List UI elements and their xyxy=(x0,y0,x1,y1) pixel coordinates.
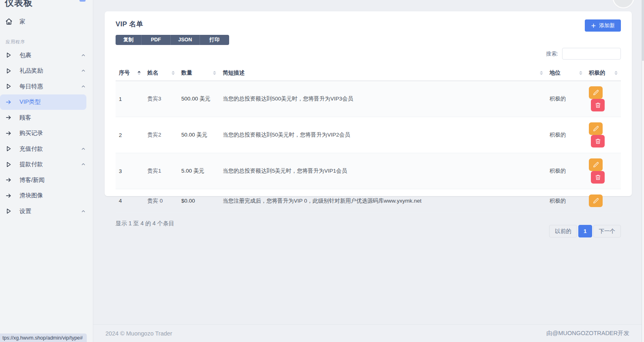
pencil-icon xyxy=(593,198,599,204)
home-icon xyxy=(5,18,13,25)
footer-credit: 由@MUONGOZOTRADER开发 xyxy=(546,329,629,337)
sidebar-item-blog-news[interactable]: 博客/新闻 xyxy=(0,172,93,188)
chevron-up-icon xyxy=(81,53,86,58)
arrow-right-icon xyxy=(5,177,13,183)
export-打印-button[interactable]: 打印 xyxy=(200,35,229,45)
cell-name: 贵宾 0 xyxy=(144,189,178,213)
sidebar-item-label: 顾客 xyxy=(19,114,31,122)
cell-status: 积极的 xyxy=(546,189,586,213)
sidebar-item-withdrawal-payments[interactable]: 提款付款 xyxy=(0,157,93,173)
sort-carets-icon xyxy=(614,71,618,75)
cell-status: 积极的 xyxy=(546,117,586,153)
sidebar-item-purchase-records[interactable]: 购买记录 xyxy=(0,126,93,141)
sidebar-item-daily-specials[interactable]: 每日特惠 xyxy=(0,79,93,94)
sidebar-item-recharge-payments[interactable]: 充值付款 xyxy=(0,141,93,157)
search-input[interactable] xyxy=(562,48,621,60)
delete-button[interactable] xyxy=(591,135,605,147)
menu-toggle-pill[interactable] xyxy=(79,0,86,2)
cell-description: 当您的总投资额达到5美元时，您将晋升为VIP1会员 xyxy=(219,153,546,189)
cell-serial: 1 xyxy=(116,81,144,117)
chevron-up-icon xyxy=(81,84,86,89)
delete-button[interactable] xyxy=(591,171,605,184)
cell-actions xyxy=(586,189,621,213)
cell-serial: 3 xyxy=(116,153,144,189)
pagination-previous-button[interactable]: 以前的 xyxy=(549,225,577,237)
chevron-up-icon xyxy=(81,162,86,167)
cell-amount: $0.00 xyxy=(178,189,219,213)
sidebar-item-gift-rewards[interactable]: 礼品奖励 xyxy=(0,63,93,79)
column-header-label: 简短描述 xyxy=(223,69,245,77)
sidebar-item-label: 提款付款 xyxy=(19,160,43,168)
chevron-up-icon xyxy=(81,209,86,214)
delete-button[interactable] xyxy=(591,99,605,111)
vip-table: 序号姓名数量简短描述地位积极的 1 贵宾3 500.00 美元 当您的总投资额达… xyxy=(116,67,621,213)
status-bar-url: tps://xg.hwvm.shop/admin/vip/type# xyxy=(0,333,87,342)
export-button-group: 复制PDFJSON打印 xyxy=(116,35,229,45)
sidebar-item-customers[interactable]: 顾客 xyxy=(0,110,93,126)
vip-table-wrap: 序号姓名数量简短描述地位积极的 1 贵宾3 500.00 美元 当您的总投资额达… xyxy=(116,67,621,213)
arrow-right-icon xyxy=(5,114,13,121)
cell-amount: 50.00 美元 xyxy=(178,117,219,153)
pencil-icon xyxy=(593,90,599,96)
user-avatar[interactable] xyxy=(614,0,633,7)
export-pdf-button[interactable]: PDF xyxy=(142,35,171,45)
sidebar-item-label: 家 xyxy=(19,18,26,26)
sidebar-item-label: 礼品奖励 xyxy=(19,67,43,75)
column-header-0[interactable]: 序号 xyxy=(116,67,144,81)
column-header-2[interactable]: 数量 xyxy=(178,67,219,81)
pagination-next-button[interactable]: 下一个 xyxy=(593,225,621,237)
footer-copyright: 2024 © Muongozo Trader xyxy=(105,330,172,337)
sidebar-item-label: VIP类型 xyxy=(19,98,41,106)
column-header-5[interactable]: 积极的 xyxy=(586,67,621,81)
pencil-icon xyxy=(593,126,599,132)
arrow-right-icon xyxy=(5,192,13,199)
arrow-right-icon xyxy=(5,130,13,137)
export-json-button[interactable]: JSON xyxy=(171,35,200,45)
cell-serial: 4 xyxy=(116,189,144,213)
play-icon xyxy=(5,145,13,152)
cell-actions xyxy=(586,81,621,117)
add-new-button[interactable]: 添加新 xyxy=(585,19,621,32)
play-icon xyxy=(5,161,13,168)
column-header-label: 序号 xyxy=(119,69,130,77)
scrollbar-thumb[interactable] xyxy=(642,0,644,61)
pagination: 以前的 1 下一个 xyxy=(549,225,621,237)
chevron-up-icon xyxy=(81,68,86,73)
sidebar-item-label: 滑块图像 xyxy=(19,192,43,199)
trash-icon xyxy=(595,138,601,144)
column-header-4[interactable]: 地位 xyxy=(546,67,586,81)
edit-button[interactable] xyxy=(589,158,603,171)
table-header-row: 序号姓名数量简短描述地位积极的 xyxy=(116,67,621,81)
cell-amount: 5.00 美元 xyxy=(178,153,219,189)
play-icon xyxy=(5,68,13,74)
cell-actions xyxy=(586,117,621,153)
pagination-page-1-button[interactable]: 1 xyxy=(578,225,592,237)
cell-description: 当您的总投资额达到50美元时，您将晋升为VIP2会员 xyxy=(219,117,546,153)
sidebar-item-settings[interactable]: 设置 xyxy=(0,203,93,219)
edit-button[interactable] xyxy=(589,195,603,207)
scrollbar-track[interactable] xyxy=(642,0,644,342)
sort-carets-icon xyxy=(172,71,175,75)
table-row: 4 贵宾 0 $0.00 当您注册完成后，您将晋升为VIP 0，此级别针对新用户… xyxy=(116,189,621,213)
cell-name: 贵宾2 xyxy=(144,117,178,153)
column-header-label: 地位 xyxy=(550,69,560,77)
column-header-1[interactable]: 姓名 xyxy=(144,67,178,81)
table-row: 2 贵宾2 50.00 美元 当您的总投资额达到50美元时，您将晋升为VIP2会… xyxy=(116,117,621,153)
edit-button[interactable] xyxy=(589,86,603,99)
table-info-text: 显示 1 至 4 的 4 个条目 xyxy=(116,220,174,227)
cell-status: 积极的 xyxy=(546,153,586,189)
sidebar-item-packages[interactable]: 包裹 xyxy=(0,47,93,63)
cell-status: 积极的 xyxy=(546,81,586,117)
column-header-3[interactable]: 简短描述 xyxy=(219,67,546,81)
cell-description: 当您的总投资额达到500美元时，您将晋升为VIP3会员 xyxy=(219,81,546,117)
edit-button[interactable] xyxy=(589,122,603,135)
sort-carets-icon xyxy=(579,71,582,75)
sidebar-item-vip-types[interactable]: VIP类型 xyxy=(0,94,86,110)
sidebar: 仪表板 家 应用程序 包裹 礼品奖励 xyxy=(0,0,93,342)
export-复制-button[interactable]: 复制 xyxy=(116,35,142,45)
sidebar-item-slider-images[interactable]: 滑块图像 xyxy=(0,188,93,204)
sidebar-item-home[interactable]: 家 xyxy=(0,15,93,28)
trash-icon xyxy=(595,102,601,108)
sidebar-nav: 包裹 礼品奖励 每日特惠 VIP类型 xyxy=(0,47,93,219)
footer: 2024 © Muongozo Trader 由@MUONGOZOTRADER开… xyxy=(93,324,642,342)
